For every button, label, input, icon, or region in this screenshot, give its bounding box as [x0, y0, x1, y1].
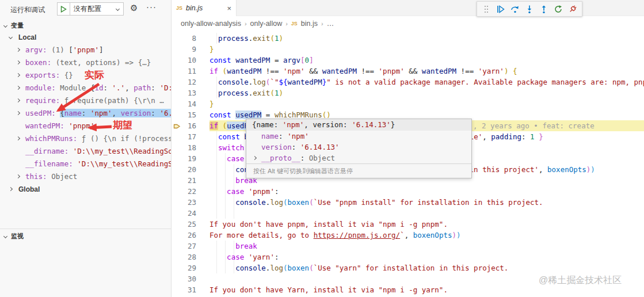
line-number[interactable]: 27 [172, 241, 209, 252]
step-into-icon[interactable] [524, 3, 535, 15]
variable-row-module[interactable]: module: Module {id: '.', path: 'D:\… [0, 82, 171, 94]
continue-icon[interactable] [495, 3, 506, 15]
code-text[interactable]: } [209, 44, 644, 55]
line-number[interactable]: 9 [172, 44, 209, 55]
line-number[interactable]: 30 [172, 273, 209, 284]
code-line-24[interactable]: 24 [172, 208, 644, 219]
variable-row-this[interactable]: this: Object [0, 170, 171, 183]
code-line-27[interactable]: 27 break [172, 241, 644, 252]
chevron-collapsed-icon[interactable] [9, 187, 13, 191]
breadcrumb-item-folder[interactable]: only-allow [250, 20, 283, 28]
variable-row-wantedPM[interactable]: wantedPM: 'pnpm' [0, 120, 171, 132]
line-number[interactable]: 15 [172, 109, 209, 120]
scope-row-global[interactable]: Global [0, 183, 171, 196]
debug-hover-row[interactable]: name: 'npm' [246, 131, 471, 142]
code-line-28[interactable]: 28 case 'yarn': [172, 252, 644, 262]
chevron-down-icon[interactable] [116, 7, 120, 11]
line-number[interactable]: 22 [172, 186, 209, 197]
line-number[interactable]: 18 [172, 142, 209, 153]
breadcrumb-item-symbol[interactable]: … [327, 20, 334, 28]
code-text[interactable]: } [209, 98, 644, 109]
chevron-collapsed-icon[interactable] [16, 60, 20, 64]
line-number[interactable]: 17 [172, 131, 209, 142]
chevron-collapsed-icon[interactable] [16, 73, 20, 77]
chevron-collapsed-icon[interactable] [16, 174, 20, 178]
code-text[interactable]: case 'pnpm': [209, 186, 644, 197]
variables-section-header[interactable]: 变量 [0, 20, 171, 31]
code-line-25[interactable]: 25If you don't have pnpm, install it via… [172, 219, 644, 230]
code-line-8[interactable]: 8 process.exit(1) [172, 33, 644, 44]
chevron-expanded-icon[interactable] [9, 35, 13, 39]
watch-section-header[interactable]: 监视 [0, 230, 171, 242]
line-number[interactable]: 21 [172, 175, 209, 186]
debug-hover-row[interactable]: __proto__: Object [246, 153, 471, 163]
chevron-collapsed-icon[interactable] [16, 98, 20, 102]
line-number[interactable]: 20 [172, 164, 209, 175]
variable-row-usedPM[interactable]: usedPM: {name: 'npm', version: '6.1… [0, 107, 171, 120]
code-text[interactable]: process.exit(1) [209, 87, 644, 98]
code-text[interactable]: console.log(boxen(`Use "yarn" for instal… [209, 262, 644, 273]
gear-icon[interactable]: ⚙ [130, 3, 138, 13]
start-debugging-icon[interactable] [58, 3, 70, 15]
line-number[interactable]: 13 [172, 87, 209, 98]
tab-binjs[interactable]: JS bin.js × [172, 0, 237, 16]
breadcrumb-item-file[interactable]: bin.js [301, 20, 318, 28]
line-number[interactable]: 25 [172, 219, 209, 230]
chevron-collapsed-icon[interactable] [16, 86, 20, 90]
code-line-29[interactable]: 29 console.log(boxen(`Use "yarn" for ins… [172, 262, 644, 273]
code-line-9[interactable]: 9} [172, 44, 644, 55]
code-line-12[interactable]: 12 console.log(`"${wantedPM}" is not a v… [172, 77, 644, 87]
code-text[interactable]: case 'yarn': [209, 252, 644, 262]
line-number[interactable]: 28 [172, 252, 209, 262]
code-line-23[interactable]: 23 console.log(boxen(`Use "pnpm install"… [172, 197, 644, 208]
variable-row-whichPMRuns[interactable]: whichPMRuns: ƒ () {\n if (!process… [0, 132, 171, 145]
code-text[interactable]: const wantedPM = argv[0] [209, 55, 644, 66]
code-line-13[interactable]: 13 process.exit(1) [172, 87, 644, 98]
breadcrumb-item-project[interactable]: only-allow-analysis [181, 20, 241, 28]
code-text[interactable]: console.log(boxen(`Use "pnpm install" fo… [209, 197, 644, 208]
code-text[interactable] [209, 208, 644, 219]
restart-icon[interactable] [552, 3, 564, 15]
line-number[interactable]: 29 [172, 262, 209, 273]
code-text[interactable]: If you don't have pnpm, install it via "… [209, 219, 644, 230]
variable-row-require[interactable]: require: ƒ require(path) {\r\n … [0, 94, 171, 107]
line-number[interactable]: 31 [172, 284, 209, 295]
line-number[interactable]: 14 [172, 98, 209, 109]
code-line-11[interactable]: 11if (wantedPM !== 'npm' && wantedPM !==… [172, 66, 644, 77]
step-over-icon[interactable] [509, 3, 521, 15]
variable-row-__dirname[interactable]: __dirname: 'D:\\my_test\\ReadingSou… [0, 145, 171, 158]
debug-config-dropdown[interactable]: 没有配置 [57, 2, 124, 16]
code-text[interactable]: For more details, go to https://pnpm.js.… [209, 230, 644, 241]
chevron-collapsed-icon[interactable] [16, 48, 20, 52]
code-line-26[interactable]: 26For more details, go to https://pnpm.j… [172, 230, 644, 241]
close-tab-icon[interactable]: × [227, 4, 231, 13]
debug-hover-row[interactable]: version: '6.14.13' [246, 142, 471, 153]
line-number[interactable]: 8 [172, 33, 209, 44]
tab-title[interactable]: bin.js [186, 4, 223, 12]
code-line-14[interactable]: 14} [172, 98, 644, 109]
chevron-collapsed-icon[interactable] [16, 111, 20, 115]
more-actions-icon[interactable]: ··· [146, 2, 157, 12]
variable-row-boxen[interactable]: boxen: (text, options) => {…} [0, 56, 171, 69]
chevron-collapsed-icon[interactable] [253, 156, 257, 160]
line-number[interactable]: 26 [172, 230, 209, 241]
chevron-collapsed-icon[interactable] [16, 136, 20, 140]
debug-config-value[interactable]: 没有配置 [70, 4, 116, 14]
code-line-22[interactable]: 22 case 'pnpm': [172, 186, 644, 197]
line-number[interactable]: 12 [172, 77, 209, 87]
line-number[interactable]: 10 [172, 55, 209, 66]
code-text[interactable]: process.exit(1) [209, 33, 644, 44]
line-number[interactable]: 24 [172, 208, 209, 219]
line-number[interactable]: 19 [172, 153, 209, 164]
code-text[interactable]: break [209, 241, 644, 252]
line-number[interactable]: 11 [172, 66, 209, 77]
scope-row-local[interactable]: Local [0, 31, 171, 44]
token[interactable]: https://pnpm.js.org/ [314, 231, 401, 239]
variable-row-__filename[interactable]: __filename: 'D:\\my_test\\ReadingSo… [0, 158, 171, 170]
line-number[interactable]: 23 [172, 197, 209, 208]
code-line-10[interactable]: 10const wantedPM = argv[0] [172, 55, 644, 66]
drag-grip-icon[interactable] [481, 3, 492, 15]
step-out-icon[interactable] [538, 3, 550, 15]
code-text[interactable]: if (wantedPM !== 'npm' && wantedPM !== '… [209, 66, 644, 77]
disconnect-icon[interactable] [567, 3, 578, 15]
